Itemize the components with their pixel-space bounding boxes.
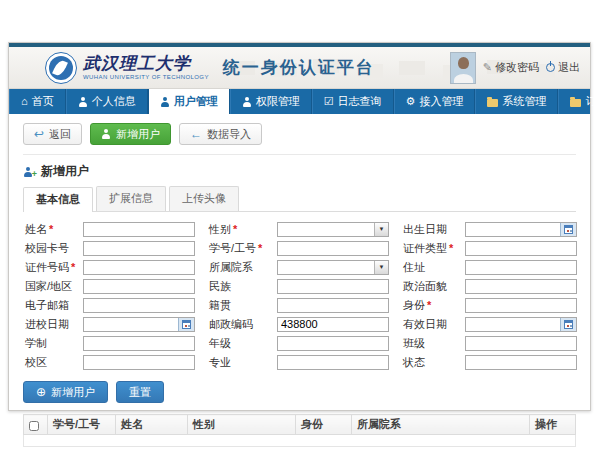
nav-item-subscription-management[interactable]: 订阅管理 (558, 89, 600, 114)
log-icon: ☑ (324, 96, 334, 107)
col-header-department: 所属院系 (352, 415, 530, 435)
form-field-name: 姓名* (25, 221, 195, 237)
chevron-down-icon[interactable]: ▼ (374, 261, 388, 274)
political-status-input[interactable] (465, 279, 577, 294)
nav-item-system-management[interactable]: 系统管理 (475, 89, 558, 114)
form-field-entry-date: 进校日期 (25, 316, 195, 332)
valid-date-picker[interactable] (465, 317, 577, 332)
calendar-icon[interactable] (560, 223, 576, 236)
country-region-input[interactable] (83, 279, 195, 294)
add-user-button-label: 新增用户 (116, 127, 160, 142)
form-field-class: 班级 (403, 335, 577, 351)
home-icon: ⌂ (21, 96, 28, 107)
content-area: ↩ 返回 新增用户 ← 数据导入 + 新增用户 (9, 114, 590, 447)
user-table: 学号/工号 姓名 性别 身份 所属院系 操作 (23, 414, 576, 447)
nav-item-label: 权限管理 (256, 94, 300, 109)
folder-icon (487, 99, 498, 107)
id-number-input[interactable] (83, 260, 195, 275)
class-input[interactable] (465, 336, 577, 351)
status-input[interactable] (465, 355, 577, 370)
person-plus-icon: + (23, 166, 36, 177)
field-label: 校区 (25, 355, 83, 370)
valid-date-input[interactable] (466, 318, 560, 331)
field-label: 证件类型* (403, 241, 465, 256)
name-input[interactable] (83, 222, 195, 237)
nav-item-log-query[interactable]: ☑ 日志查询 (312, 89, 394, 114)
form-actions: ⊕ 新增用户 重置 (23, 381, 576, 403)
change-password-link[interactable]: ✎ 修改密码 (483, 60, 539, 75)
university-name-en: WUHAN UNIVERSITY OF TECHNOLOGY (83, 74, 209, 80)
calendar-glyph (564, 225, 573, 234)
logout-label: 退出 (558, 60, 580, 75)
reset-button-label: 重置 (129, 385, 151, 400)
empty-row (24, 435, 576, 447)
field-label: 班级 (403, 336, 465, 351)
col-header-student-id: 学号/工号 (48, 415, 116, 435)
section-header: + 新增用户 (23, 163, 576, 180)
email-input[interactable] (83, 298, 195, 313)
form-field-id-number: 证件号码* (25, 259, 195, 275)
nav-item-user-management[interactable]: 用户管理 (148, 89, 230, 114)
chevron-down-icon[interactable]: ▼ (374, 223, 388, 236)
calendar-icon[interactable] (178, 318, 194, 331)
person-plus-icon (101, 129, 111, 139)
field-label: 政治面貌 (403, 279, 465, 294)
calendar-icon[interactable] (560, 318, 576, 331)
main-nav: ⌂ 首页 个人信息 用户管理 权限管理 ☑ 日志查询 ⚙ 接入管理 (9, 89, 590, 114)
calendar-glyph (182, 320, 191, 329)
gender-select[interactable]: ▼ (277, 222, 389, 237)
tab-upload-avatar[interactable]: 上传头像 (169, 186, 239, 211)
birth-date-input[interactable] (466, 223, 560, 236)
nav-item-personal-info[interactable]: 个人信息 (66, 89, 148, 114)
form-field-email: 电子邮箱 (25, 297, 195, 313)
form-field-country: 国家/地区 (25, 278, 195, 294)
col-header-actions: 操作 (530, 415, 576, 435)
id-type-input[interactable] (465, 241, 577, 256)
postal-code-input[interactable] (277, 317, 389, 332)
nav-item-label: 日志查询 (338, 94, 382, 109)
birth-date-picker[interactable] (465, 222, 577, 237)
data-import-button[interactable]: ← 数据导入 (179, 123, 262, 145)
study-length-input[interactable] (83, 336, 195, 351)
form-field-valid-date: 有效日期 (403, 316, 577, 332)
logout-link[interactable]: 退出 (546, 60, 580, 75)
university-name-cn: 武汉理工大学 (83, 55, 209, 72)
add-user-toolbar-button[interactable]: 新增用户 (90, 123, 171, 145)
nav-item-label: 用户管理 (174, 94, 218, 109)
plus-icon: + (32, 169, 37, 179)
plus-circle-icon: ⊕ (36, 386, 46, 398)
field-label: 出生日期 (403, 222, 465, 237)
gear-icon: ⚙ (406, 96, 416, 107)
tab-extended-info[interactable]: 扩展信息 (96, 186, 166, 211)
form-field-native-place: 籍贯 (209, 297, 389, 313)
form-field-identity: 身份* (403, 297, 577, 313)
campus-card-input[interactable] (83, 241, 195, 256)
select-all-checkbox[interactable] (29, 421, 39, 431)
grade-input[interactable] (277, 336, 389, 351)
field-label: 年级 (209, 336, 277, 351)
native-place-input[interactable] (277, 298, 389, 313)
field-label: 证件号码* (25, 260, 83, 275)
student-id-input[interactable] (277, 241, 389, 256)
app-window: 武汉理工大学 WUHAN UNIVERSITY OF TECHNOLOGY 统一… (8, 42, 591, 411)
department-select[interactable]: ▼ (277, 260, 389, 275)
form-field-campus-card: 校园卡号 (25, 240, 195, 256)
reset-button[interactable]: 重置 (116, 381, 164, 403)
major-input[interactable] (277, 355, 389, 370)
nav-item-permission-management[interactable]: 权限管理 (230, 89, 312, 114)
back-button[interactable]: ↩ 返回 (23, 123, 82, 145)
nav-item-home[interactable]: ⌂ 首页 (9, 89, 66, 114)
campus-input[interactable] (83, 355, 195, 370)
nav-item-access-management[interactable]: ⚙ 接入管理 (394, 89, 476, 114)
entry-date-picker[interactable] (83, 317, 195, 332)
ethnicity-input[interactable] (277, 279, 389, 294)
back-button-label: 返回 (49, 127, 71, 142)
submit-add-user-button[interactable]: ⊕ 新增用户 (23, 381, 108, 403)
entry-date-input[interactable] (84, 318, 178, 331)
address-input[interactable] (465, 260, 577, 275)
form-field-department: 所属院系 ▼ (209, 259, 389, 275)
identity-input[interactable] (465, 298, 577, 313)
table-header-row: 学号/工号 姓名 性别 身份 所属院系 操作 (24, 415, 576, 435)
permission-icon (242, 97, 252, 107)
tab-basic-info[interactable]: 基本信息 (23, 187, 93, 212)
